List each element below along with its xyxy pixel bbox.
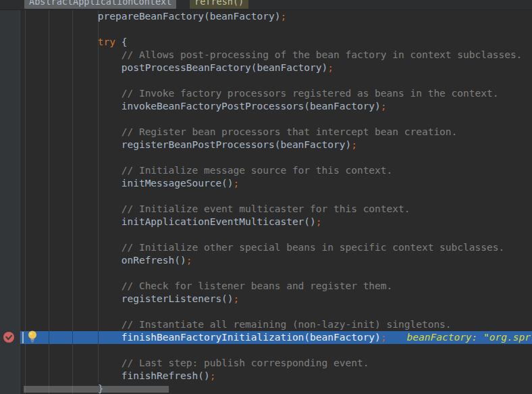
breadcrumb-item-method[interactable]: refresh() [190, 0, 248, 9]
code-token: initApplicationEventMulticaster() [122, 216, 316, 227]
code-token: // Initialize message source for this co… [122, 165, 393, 176]
code-line[interactable]: // Last step: publish corresponding even… [20, 357, 532, 370]
indent-guide [72, 331, 73, 344]
code-line[interactable]: // Allows post-processing of the bean fa… [20, 49, 532, 61]
code-line[interactable]: invokeBeanFactoryPostProcessors(beanFact… [20, 100, 532, 113]
execution-point-line[interactable]: finishBeanFactoryInitialization(beanFact… [20, 331, 532, 344]
code-line[interactable] [20, 267, 532, 280]
code-token: ; [210, 370, 216, 381]
code-token: registerListeners() [122, 293, 234, 304]
code-token: onRefresh() [122, 255, 186, 266]
code-line[interactable]: try { [20, 36, 532, 49]
code-token: ; [327, 62, 334, 73]
code-token: // Register bean processors that interce… [122, 126, 458, 137]
code-token: invokeBeanFactoryPostProcessors(beanFact… [122, 101, 381, 112]
verified-breakpoint-icon[interactable] [3, 331, 15, 343]
code-line[interactable]: // Initialize event multicaster for this… [20, 203, 532, 216]
code-token: // Instantiate all remaining (non-lazy-i… [122, 319, 452, 330]
indent-guide [98, 331, 99, 344]
code-token: ; [280, 11, 286, 22]
code-line[interactable]: // Check for listener beans and register… [20, 280, 532, 293]
text-caret [22, 332, 24, 343]
breadcrumb: AbstractApplicationContext refresh() [0, 0, 532, 10]
code-line[interactable]: onRefresh(); [20, 254, 532, 267]
code-token: ; [351, 139, 357, 150]
code-token: ; [381, 101, 387, 112]
code-token: ; [234, 178, 240, 189]
code-token: ; [316, 216, 322, 227]
code-token: // Allows post-processing of the bean fa… [122, 49, 523, 60]
code-line[interactable]: registerListeners(); [20, 293, 532, 305]
code-line[interactable]: postProcessBeanFactory(beanFactory); [20, 61, 532, 74]
breadcrumb-item-class[interactable]: AbstractApplicationContext [24, 0, 176, 9]
code-line[interactable]: finishRefresh(); [20, 370, 532, 383]
code-token: prepareBeanFactory(beanFactory) [98, 11, 281, 22]
code-line[interactable]: registerBeanPostProcessors(beanFactory); [20, 139, 532, 151]
code-line[interactable]: // Register bean processors that interce… [20, 126, 532, 139]
code-line[interactable] [20, 305, 532, 318]
code-line[interactable]: prepareBeanFactory(beanFactory); [20, 10, 532, 23]
code-token: // Initialize event multicaster for this… [122, 203, 410, 214]
lightbulb-icon[interactable] [28, 330, 37, 343]
code-token: postProcessBeanFactory(beanFactory) [122, 62, 328, 73]
horizontal-scrollbar-thumb[interactable] [24, 386, 169, 393]
inline-debug-hint[interactable]: beanFactory: "org.spr [407, 332, 531, 343]
code-token: { [122, 36, 128, 47]
code-line[interactable]: initApplicationEventMulticaster(); [20, 216, 532, 228]
code-line[interactable] [20, 113, 532, 126]
code-token: finishRefresh() [122, 370, 210, 381]
code-token: finishBeanFactoryInitialization(beanFact… [122, 332, 381, 343]
code-token: ; [381, 332, 387, 343]
indent-guide [49, 331, 49, 344]
code-token: try [98, 36, 122, 47]
ide-editor-window: AbstractApplicationContext refresh() pre… [0, 0, 532, 394]
code-line[interactable]: // Initialize other special beans in spe… [20, 241, 532, 254]
code-token: // Invoke factory processors registered … [122, 88, 499, 99]
code-token: ; [234, 293, 240, 304]
code-line[interactable]: // Initialize message source for this co… [20, 164, 532, 177]
code-line[interactable]: // Instantiate all remaining (non-lazy-i… [20, 318, 532, 331]
code-line[interactable] [20, 228, 532, 241]
code-line[interactable] [20, 151, 532, 164]
code-token: // Last step: publish corresponding even… [122, 358, 369, 368]
code-token: ; [186, 255, 192, 266]
code-token: initMessageSource() [122, 178, 234, 189]
code-line[interactable]: initMessageSource(); [20, 177, 532, 190]
code-line[interactable]: // Invoke factory processors registered … [20, 87, 532, 100]
code-token: // Initialize other special beans in spe… [122, 242, 504, 253]
code-line[interactable] [20, 190, 532, 203]
code-line[interactable] [20, 23, 532, 36]
code-token: registerBeanPostProcessors(beanFactory) [122, 139, 351, 150]
horizontal-scrollbar [0, 385, 532, 394]
code-line[interactable] [20, 344, 532, 357]
code-token: // Check for listener beans and register… [122, 280, 393, 291]
code-line[interactable] [20, 74, 532, 87]
